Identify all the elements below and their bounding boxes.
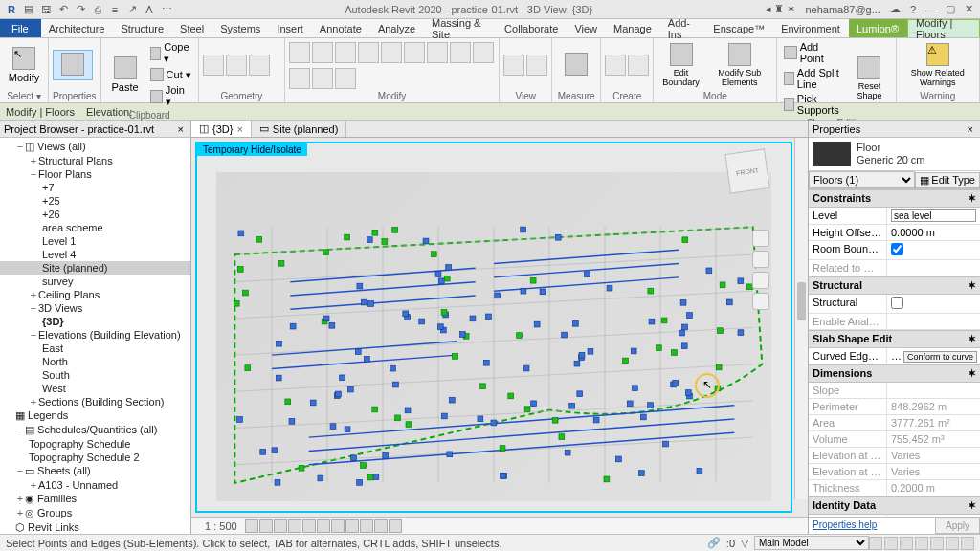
model-mesh[interactable] <box>216 172 771 501</box>
app-menu-icon[interactable]: R <box>4 2 19 17</box>
tree-item[interactable]: +A103 - Unnamed <box>0 478 190 492</box>
qat-print-icon[interactable]: ⎙ <box>90 2 105 17</box>
edit-boundary-button[interactable]: Edit Boundary <box>657 41 704 89</box>
props-row[interactable]: Curved Edge Cond..…Conform to curve <box>809 348 980 364</box>
props-category[interactable]: Structural✶ <box>809 276 980 295</box>
user-label[interactable]: nehama87@g... <box>802 4 882 15</box>
qat-text-icon[interactable]: A <box>142 2 157 17</box>
edit-type-button[interactable]: ▦Edit Type <box>915 172 980 188</box>
measure-button[interactable] <box>556 51 596 79</box>
tab-insert[interactable]: Insert <box>269 19 312 37</box>
canvas[interactable]: Temporary Hide/Isolate <box>191 138 808 517</box>
tree-item[interactable]: +◎ Groups <box>0 506 190 520</box>
view-cube[interactable]: FRONT <box>724 148 769 193</box>
modify-btn[interactable] <box>289 42 310 63</box>
tree-item[interactable]: −▤ Schedules/Quantities (all) <box>0 423 190 437</box>
tree-item[interactable]: {3D} <box>0 315 190 328</box>
geometry-btn2[interactable] <box>226 55 247 76</box>
vc-icon[interactable] <box>274 519 287 533</box>
prop-input[interactable] <box>891 209 976 222</box>
status-icon[interactable] <box>946 537 959 550</box>
vc-icon[interactable] <box>317 519 330 533</box>
props-category[interactable]: Constraints✶ <box>809 189 980 208</box>
modify-btn[interactable] <box>404 42 425 63</box>
tab-modify-floors[interactable]: Modify | Floors <box>907 19 980 37</box>
qat-save-icon[interactable]: 🖫 <box>38 2 54 17</box>
show-warnings-button[interactable]: ⚠Show Related Warnings <box>901 41 975 89</box>
tree-item[interactable]: West <box>0 382 190 395</box>
props-row[interactable]: Related to Mass <box>809 260 980 276</box>
tab-file[interactable]: File <box>0 19 41 37</box>
view-tab-3d[interactable]: ◫{3D}× <box>191 121 252 137</box>
create-btn[interactable] <box>605 55 626 76</box>
modify-btn[interactable] <box>381 42 402 63</box>
modify-btn[interactable] <box>335 68 356 89</box>
props-row[interactable]: Level <box>809 208 980 225</box>
add-point-button[interactable]: Add Point <box>781 40 845 65</box>
maximize-icon[interactable]: ▢ <box>943 3 958 15</box>
tree-item[interactable]: Level 4 <box>0 248 190 261</box>
modify-btn[interactable] <box>450 42 471 63</box>
tree-item[interactable]: +26 <box>0 208 190 221</box>
props-row[interactable]: Elevation at BottomVaries <box>809 464 980 480</box>
temp-hide-badge[interactable]: Temporary Hide/Isolate <box>197 143 307 156</box>
nav-bar[interactable] <box>752 230 769 310</box>
modify-btn[interactable] <box>358 42 379 63</box>
view-btn[interactable] <box>503 55 524 76</box>
props-row[interactable]: Slope <box>809 383 980 399</box>
tab-view[interactable]: View <box>567 19 606 37</box>
vc-icon[interactable] <box>374 519 388 533</box>
instance-filter[interactable]: Floors (1) <box>809 171 915 188</box>
tree-item[interactable]: ▦ Legends <box>0 408 190 423</box>
cloud-icon[interactable]: ☁ <box>887 3 903 15</box>
geometry-btn3[interactable] <box>249 55 270 76</box>
tree-item[interactable]: −◫ Views (all) <box>0 140 190 154</box>
modify-btn[interactable] <box>427 42 448 63</box>
workset-select[interactable]: Main Model <box>754 536 869 550</box>
tree-item[interactable]: Level 1 <box>0 234 190 248</box>
tab-massing[interactable]: Massing & Site <box>424 19 497 37</box>
vc-icon[interactable] <box>288 519 301 533</box>
tree-item[interactable]: survey <box>0 275 190 288</box>
props-row[interactable]: Perimeter848.2962 m <box>809 399 980 415</box>
nav-home-icon[interactable] <box>752 230 769 247</box>
tree-item[interactable]: +Structural Plans <box>0 154 190 167</box>
tree-item[interactable]: +Sections (Building Section) <box>0 395 190 408</box>
props-category[interactable]: Dimensions✶ <box>809 364 980 383</box>
status-icon[interactable] <box>915 537 928 550</box>
tree-item[interactable]: North <box>0 355 190 368</box>
props-row[interactable]: Enable Analytical .. <box>809 314 980 330</box>
qat-redo-icon[interactable]: ↷ <box>73 2 88 17</box>
tab-enscape[interactable]: Enscape™ <box>705 19 773 37</box>
vc-icon[interactable] <box>245 519 258 533</box>
help-icon[interactable]: ? <box>907 4 919 15</box>
props-row[interactable]: Structural <box>809 295 980 314</box>
status-icon[interactable] <box>869 537 882 550</box>
tab-steel[interactable]: Steel <box>172 19 212 37</box>
properties-help-link[interactable]: Properties help <box>809 518 935 534</box>
paste-button[interactable]: Paste <box>105 55 145 95</box>
tab-close-icon[interactable]: × <box>236 123 242 135</box>
tree-item[interactable]: ⬡ Revit Links <box>0 520 190 534</box>
cope-button[interactable]: Cope ▾ <box>147 40 194 66</box>
tree-item[interactable]: Topography Schedule 2 <box>0 451 190 464</box>
join-button[interactable]: Join ▾ <box>147 83 194 109</box>
properties-close-icon[interactable]: × <box>965 123 976 135</box>
scrollbar-vertical[interactable] <box>794 138 808 499</box>
pick-supports-button[interactable]: Pick Supports <box>781 92 845 117</box>
props-row[interactable]: Elevation at TopVaries <box>809 448 980 464</box>
modify-btn[interactable] <box>335 42 356 63</box>
status-icon[interactable] <box>884 537 898 550</box>
qat-undo-icon[interactable]: ↶ <box>56 2 71 17</box>
vc-icon[interactable] <box>360 519 373 533</box>
add-split-button[interactable]: Add Split Line <box>781 66 845 91</box>
cut-button[interactable]: Cut ▾ <box>147 67 194 82</box>
tree-item[interactable]: area scheme <box>0 221 190 234</box>
props-category[interactable]: Identity Data✶ <box>809 496 980 515</box>
prop-button[interactable]: Conform to curve <box>903 351 977 363</box>
tree-item[interactable]: +7 <box>0 181 190 194</box>
status-icon[interactable] <box>930 537 944 550</box>
tab-addins[interactable]: Add-Ins <box>660 19 706 37</box>
props-row[interactable]: Room Bounding <box>809 241 980 260</box>
tab-environment[interactable]: Environment <box>773 19 849 37</box>
